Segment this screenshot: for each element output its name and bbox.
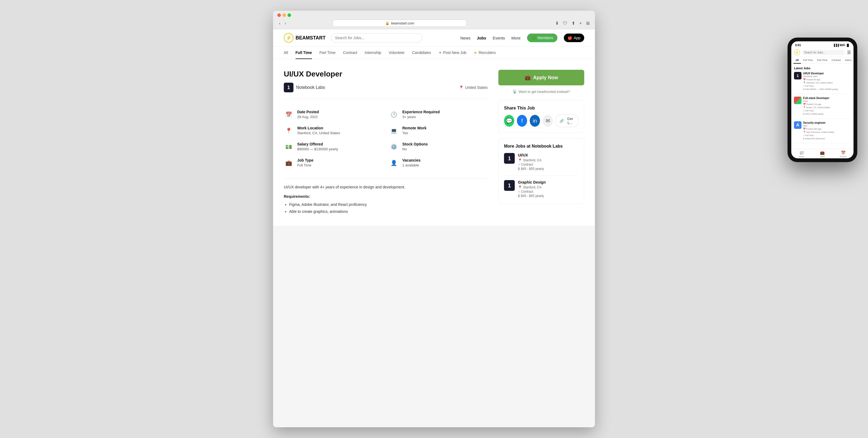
briefcase-icon: 💼 <box>284 158 293 168</box>
linkedin-share-button[interactable]: in <box>530 115 540 127</box>
logo-icon: ⚡ <box>284 33 293 43</box>
download-icon[interactable]: ⬇ <box>554 20 560 27</box>
mini-job-1[interactable]: 1 UI/UX 📍 Stanford, CA ○ Contract <box>504 153 579 176</box>
tab-post-job[interactable]: ✦ Post New Job <box>439 47 466 59</box>
stock-value: No <box>402 147 428 151</box>
job-detail: UI/UX Developer 1 Notebook Labs 📍 United… <box>284 70 488 215</box>
phone-job-2[interactable]: Full-stack Developer Diclo 📅 Posted 11h … <box>794 97 851 119</box>
more-jobs-title: More Jobs at Notebook Labs <box>504 144 579 149</box>
nav-more[interactable]: More <box>512 36 521 40</box>
phone-tab-parttime[interactable]: Part Time <box>815 57 830 64</box>
nav-events[interactable]: Events <box>493 36 505 40</box>
apply-now-button[interactable]: 💼 Apply Now <box>498 70 584 85</box>
phone-tab-contract[interactable]: Contract <box>830 57 843 64</box>
phone-tab-internship[interactable]: Intern... <box>843 57 854 64</box>
nav-news[interactable]: News <box>460 36 470 40</box>
type-mini-icon-1: ○ <box>518 163 520 166</box>
salary-label: Salary Offered <box>297 142 338 146</box>
phone-tab-all[interactable]: All <box>794 57 801 64</box>
clock-icon: 🕐 <box>389 110 399 119</box>
mini-job-type-2: ○ Contract <box>518 190 546 194</box>
app-button[interactable]: 🍎 App <box>564 33 584 42</box>
forward-button[interactable]: › <box>283 20 287 27</box>
top-navigation: ⚡ BEAMSTART News Jobs Events More 🌿 Memb… <box>273 29 595 47</box>
tab-fulltime[interactable]: Full Time <box>296 47 312 59</box>
company-info: 1 Notebook Labs <box>284 83 325 92</box>
tab-volunteer[interactable]: Volunteer <box>389 47 404 59</box>
remote-value: Yes <box>402 131 427 135</box>
jobs-bottom-icon: 💼 <box>820 151 825 155</box>
add-tab-icon[interactable]: + <box>578 20 583 27</box>
close-button[interactable] <box>277 13 281 17</box>
phone-job-1[interactable]: 1 UI/UX Developer Notebook Labs 📅 Posted… <box>794 72 851 94</box>
salary-value: $90000 — $130000 yearly <box>297 147 338 151</box>
phone-mockup: 3:01 ▐▐▐ WiFi ▐▌ ⚡ ☰ All Full Time <box>787 37 857 162</box>
whatsapp-share-button[interactable]: 💬 <box>504 115 514 127</box>
news-bottom-icon: 📰 <box>799 151 804 155</box>
share-buttons: 💬 f in ✉ <box>504 114 579 127</box>
company-location-row: 1 Notebook Labs 📍 United States <box>284 83 488 92</box>
vacancies-item: 👤 Vacancies 1 available <box>389 158 488 168</box>
work-location-item: 📍 Work Location Stanford, CA, United Sta… <box>284 126 382 136</box>
phone-bottom-events[interactable]: 📅 Events <box>833 151 854 158</box>
share-icon[interactable]: ⬆ <box>570 20 576 27</box>
phone-bottom-jobs[interactable]: 💼 Jobs <box>812 151 833 158</box>
stock-icon: ⚙️ <box>389 142 399 152</box>
recruiters-icon: ★ <box>474 51 477 55</box>
grid-icon[interactable]: ⊞ <box>585 20 591 27</box>
phone-bottom-news[interactable]: 📰 News <box>791 151 812 158</box>
facebook-icon: f <box>521 118 523 124</box>
phone-screen: 3:01 ▐▐▐ WiFi ▐▌ ⚡ ☰ All Full Time <box>791 41 854 158</box>
tab-candidates[interactable]: Candidates <box>412 47 431 59</box>
shield-icon[interactable]: 🛡 <box>562 20 568 27</box>
address-bar[interactable]: 🔒 beamstart.com <box>333 20 467 27</box>
maximize-button[interactable] <box>287 13 291 17</box>
tab-internship[interactable]: Internship <box>365 47 381 59</box>
phone-tab-fulltime[interactable]: Full Time <box>801 57 815 64</box>
members-button[interactable]: 🌿 Members <box>527 33 557 42</box>
post-job-icon: ✦ <box>439 51 442 55</box>
linkedin-icon: in <box>533 118 537 124</box>
mini-job-2[interactable]: 1 Graphic Design 📍 Stanford, CA ○ Contra… <box>504 180 579 198</box>
tab-recruiters[interactable]: ★ Recruiters <box>474 47 496 59</box>
phone-status-bar: 3:01 ▐▐▐ WiFi ▐▌ <box>791 41 854 48</box>
get-link-button[interactable]: 🔗 Get L... <box>556 114 579 127</box>
share-title: Share This Job <box>504 106 579 111</box>
phone-search-input[interactable] <box>802 50 845 55</box>
share-card: Share This Job 💬 f in <box>498 100 584 133</box>
experience-item: 🕐 Experience Required 3+ years <box>389 110 488 119</box>
phone-job-info-1: UI/UX Developer Notebook Labs 📅 Posted 6… <box>803 72 838 91</box>
email-share-button[interactable]: ✉ <box>542 115 553 127</box>
back-button[interactable]: ‹ <box>277 20 282 27</box>
person-icon: 👤 <box>389 158 399 168</box>
date-posted-item: 📅 Date Posted 28 Aug, 2022 <box>284 110 382 119</box>
mini-job-type-1: ○ Contract <box>518 163 544 166</box>
minimize-button[interactable] <box>282 13 286 17</box>
vacancies-label: Vacancies <box>402 158 421 163</box>
location-text: United States <box>465 85 488 90</box>
brand-name: BEAMSTART <box>296 35 326 41</box>
phone-content: Latest Jobs 1 UI/UX Developer Notebook L… <box>791 64 854 149</box>
tab-all[interactable]: All <box>284 47 288 59</box>
phone-status-icons: ▐▐▐ WiFi ▐▌ <box>833 44 850 47</box>
location-info: 📍 United States <box>459 85 488 90</box>
mini-job-info-2: Graphic Design 📍 Stanford, CA ○ Contract… <box>518 180 546 198</box>
tab-parttime[interactable]: Part Time <box>319 47 336 59</box>
phone-job-title-3: Security engineer <box>803 121 834 124</box>
link-icon: 🔗 <box>560 119 564 123</box>
company-logo: 1 <box>284 83 293 92</box>
tab-contract[interactable]: Contract <box>343 47 357 59</box>
location-pin-icon: 📍 <box>459 85 464 90</box>
phone-job-3[interactable]: A Security engineer Atex 📅 Posted 16h ag… <box>794 121 851 143</box>
facebook-share-button[interactable]: f <box>517 115 527 127</box>
remote-label: Remote Work <box>402 126 427 130</box>
nav-jobs[interactable]: Jobs <box>477 36 486 40</box>
salary-icon: 💵 <box>284 142 293 152</box>
email-icon: ✉ <box>546 118 550 124</box>
logo[interactable]: ⚡ BEAMSTART <box>284 33 326 43</box>
work-location-label: Work Location <box>297 126 340 130</box>
phone-menu-icon[interactable]: ☰ <box>847 50 851 55</box>
stock-item: ⚙️ Stock Options No <box>389 142 488 152</box>
job-description: UI/UX developer with 4+ years of experie… <box>284 178 488 215</box>
search-input[interactable] <box>331 33 422 42</box>
